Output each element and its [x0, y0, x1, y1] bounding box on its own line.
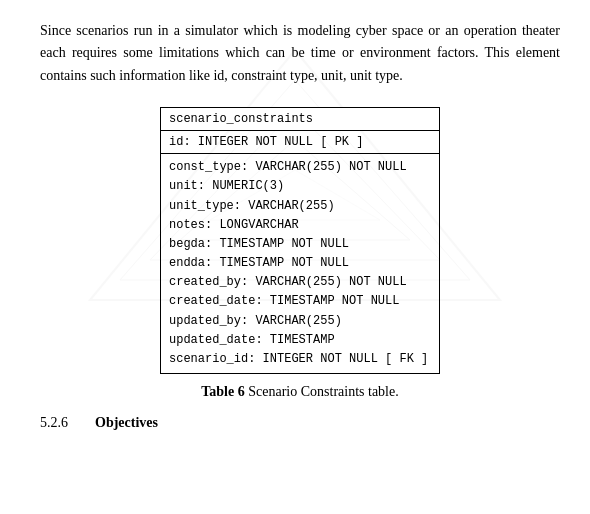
table-field: begda: TIMESTAMP NOT NULL: [169, 235, 431, 254]
table-field: scenario_id: INTEGER NOT NULL [ FK ]: [169, 350, 431, 369]
table-name: scenario_constraints: [161, 108, 439, 131]
table-field: updated_date: TIMESTAMP: [169, 331, 431, 350]
table-caption-label: Table 6: [201, 384, 244, 399]
table-field: created_date: TIMESTAMP NOT NULL: [169, 292, 431, 311]
section-header: 5.2.6 Objectives: [40, 415, 560, 431]
section-number: 5.2.6: [40, 415, 95, 431]
table-field: const_type: VARCHAR(255) NOT NULL: [169, 158, 431, 177]
table-caption: Table 6 Scenario Constraints table.: [201, 384, 398, 400]
table-body: const_type: VARCHAR(255) NOT NULLunit: N…: [161, 154, 439, 373]
table-field: unit: NUMERIC(3): [169, 177, 431, 196]
section-title: Objectives: [95, 415, 158, 431]
table-field: updated_by: VARCHAR(255): [169, 312, 431, 331]
intro-paragraph: Since scenarios run in a simulator which…: [40, 20, 560, 87]
table-field: notes: LONGVARCHAR: [169, 216, 431, 235]
table-pk-row: id: INTEGER NOT NULL [ PK ]: [161, 131, 439, 154]
table-caption-text: Scenario Constraints table.: [245, 384, 399, 399]
table-field: unit_type: VARCHAR(255): [169, 197, 431, 216]
table-field: endda: TIMESTAMP NOT NULL: [169, 254, 431, 273]
table-field: created_by: VARCHAR(255) NOT NULL: [169, 273, 431, 292]
diagram-container: scenario_constraints id: INTEGER NOT NUL…: [40, 107, 560, 400]
db-table: scenario_constraints id: INTEGER NOT NUL…: [160, 107, 440, 374]
